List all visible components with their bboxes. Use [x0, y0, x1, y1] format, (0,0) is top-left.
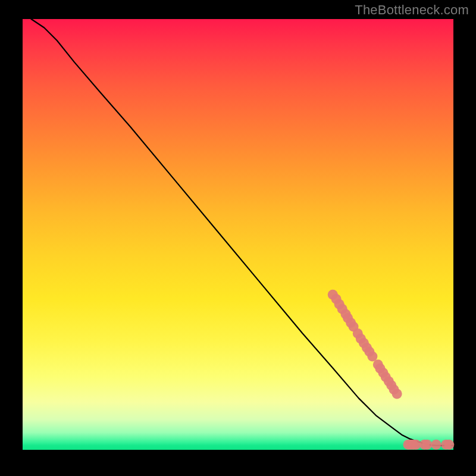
- chart-svg: [23, 19, 453, 450]
- svg-point-30: [444, 440, 454, 450]
- chart-frame: TheBottleneck.com: [0, 0, 476, 476]
- svg-point-13: [367, 351, 377, 361]
- svg-point-21: [392, 389, 402, 399]
- svg-point-28: [431, 440, 441, 450]
- svg-point-25: [411, 440, 421, 450]
- plot-area: [23, 19, 453, 450]
- marker-dots: [328, 290, 454, 450]
- svg-point-27: [422, 440, 432, 450]
- attribution-label: TheBottleneck.com: [355, 2, 469, 18]
